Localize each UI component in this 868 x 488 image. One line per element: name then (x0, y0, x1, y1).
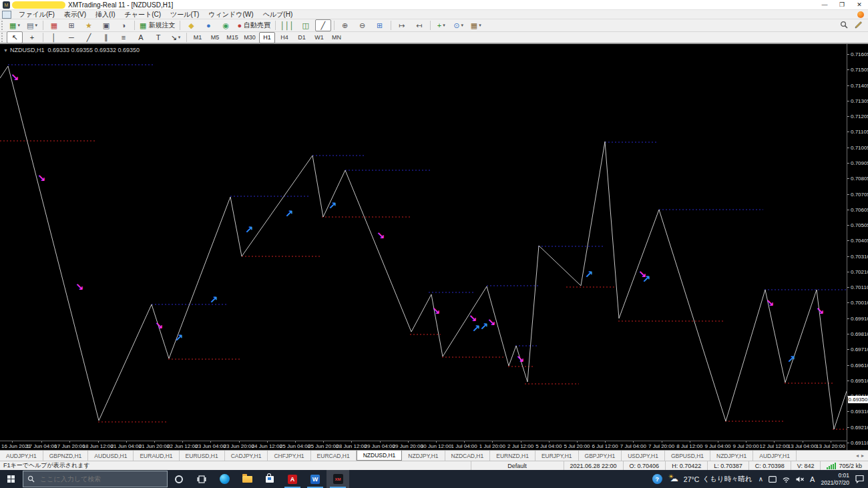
tab-scroll-left-icon[interactable]: ◂ (856, 453, 859, 459)
file-explorer-button[interactable] (236, 470, 258, 488)
timeframe-mn-button[interactable]: MN (329, 32, 345, 43)
tab-nzdjpy-h1[interactable]: NZDJPY,H1 (710, 451, 753, 461)
timeframe-m15-button[interactable]: M15 (224, 32, 240, 43)
tab-cadjpy-h1[interactable]: CADJPY,H1 (225, 451, 268, 461)
market-watch-button[interactable]: ▦ (46, 19, 62, 31)
data-window-button[interactable]: ⊞ (63, 19, 79, 31)
help-bubble-icon[interactable]: ? (652, 474, 662, 484)
task-view-button[interactable] (190, 470, 213, 488)
tab-eurjpy-h1[interactable]: EURJPY,H1 (535, 451, 579, 461)
minimize-button[interactable]: — (816, 0, 833, 10)
templates-button[interactable]: ▦▾ (468, 19, 484, 31)
bar-chart-mode-button[interactable]: │││ (278, 19, 296, 31)
timeframe-h4-button[interactable]: H4 (276, 32, 292, 43)
timeframe-h1-button[interactable]: H1 (259, 32, 275, 43)
menu-insert[interactable]: 挿入(I) (91, 10, 120, 19)
toolbar-grip[interactable] (1, 33, 5, 42)
timeframe-d1-button[interactable]: D1 (294, 32, 310, 43)
auto-trading-button[interactable]: ●自動売買 (235, 19, 272, 31)
ime-indicator[interactable]: A (810, 475, 815, 483)
tab-eurusd-h1[interactable]: EURUSD,H1 (180, 451, 225, 461)
restore-button[interactable]: ❐ (833, 0, 851, 10)
indicators-button[interactable]: +▾ (433, 19, 449, 31)
search-input[interactable] (39, 475, 148, 483)
menu-window[interactable]: ウィンドウ(W) (204, 10, 258, 19)
close-button[interactable]: ✕ (851, 0, 868, 10)
tab-gbpnzd-h1[interactable]: GBPNZD,H1 (43, 451, 89, 461)
profiles-button[interactable]: ▤▾ (24, 19, 40, 31)
tab-usdjpy-h1[interactable]: USDJPY,H1 (622, 451, 665, 461)
start-button[interactable] (0, 470, 23, 488)
menu-file[interactable]: ファイル(F) (14, 10, 59, 19)
connection-segment[interactable]: 705/2 kb (820, 461, 868, 470)
tab-nzdusd-h1[interactable]: NZDUSD,H1 (357, 451, 403, 461)
tab-eurcad-h1[interactable]: EURCAD,H1 (311, 451, 357, 461)
title-bar[interactable]: M XMTrading-Real 11 - [NZDUSD,H1] — ❐ ✕ (0, 0, 868, 10)
line-chart-mode-button[interactable]: ╱ (315, 19, 331, 31)
cursor-tool-button[interactable]: ↖ (7, 31, 23, 43)
arrows-tool-button[interactable]: ↘▾ (168, 31, 184, 43)
dropdown-arrow-icon[interactable]: ▾ (178, 35, 181, 40)
taskbar-search[interactable] (23, 471, 168, 487)
tab-gbpusd-h1[interactable]: GBPUSD,H1 (665, 451, 710, 461)
tab-eurnzd-h1[interactable]: EURNZD,H1 (490, 451, 535, 461)
tab-nzdcad-h1[interactable]: NZDCAD,H1 (445, 451, 491, 461)
channel-tool-button[interactable]: ∥ (98, 31, 114, 43)
horizontal-line-tool-button[interactable]: ─ (63, 31, 79, 43)
terminal-button[interactable]: ▣ (98, 19, 114, 31)
volume-muted-icon[interactable] (796, 476, 805, 483)
text-tool-button[interactable]: A (133, 31, 149, 43)
trendline-tool-button[interactable]: ╱ (81, 31, 97, 43)
menu-view[interactable]: 表示(V) (59, 10, 91, 19)
price-chart-svg[interactable]: ↘↘↘↘↘↘↘↘↘↘↘↘↗↗↗↗↗↗↗↗↗↗ (0, 44, 847, 441)
new-order-button[interactable]: ▦新規注文 (138, 19, 177, 31)
menu-chart[interactable]: チャート(C) (120, 10, 166, 19)
word-button[interactable]: W (304, 470, 327, 488)
hidden-icons-chevron-icon[interactable]: ∧ (758, 475, 763, 483)
timeframe-m5-button[interactable]: M5 (207, 32, 223, 43)
price-chart[interactable]: ▼NZDUSD,H1 0.69333 0.69355 0.69332 0.693… (0, 44, 847, 441)
tab-euraud-h1[interactable]: EURAUD,H1 (134, 451, 179, 461)
toolbar-grip[interactable] (1, 21, 5, 30)
crosshair-tool-button[interactable]: + (24, 31, 40, 43)
dropdown-arrow-icon[interactable]: ▾ (17, 23, 20, 28)
notification-badge-icon[interactable] (857, 11, 864, 18)
timeframe-m30-button[interactable]: M30 (242, 32, 258, 43)
zoom-out-button[interactable]: ⊖ (355, 19, 371, 31)
mql5-community-button[interactable]: ◆ (183, 19, 199, 31)
fibonacci-tool-button[interactable]: ≡ (116, 31, 132, 43)
tab-audusd-h1[interactable]: AUDUSD,H1 (88, 451, 134, 461)
dropdown-arrow-icon[interactable]: ▾ (461, 23, 464, 28)
dropdown-arrow-icon[interactable]: ▾ (479, 23, 481, 28)
label-tool-button[interactable]: T (150, 31, 166, 43)
upload-publisher-button[interactable]: ● (200, 19, 216, 31)
acrobat-button[interactable]: A (281, 470, 304, 488)
chevron-down-icon[interactable]: ▼ (3, 48, 8, 53)
chart-window-icon[interactable] (2, 11, 11, 19)
time-axis[interactable]: 16 Jun 202117 Jun 04:0017 Jun 20:0018 Ju… (0, 441, 847, 450)
tile-windows-button[interactable]: ⊞ (372, 19, 388, 31)
menu-tools[interactable]: ツール(T) (166, 10, 204, 19)
weather-widget[interactable]: ☀☁ 27°C くもり時々晴れ (668, 475, 752, 484)
search-icon[interactable] (840, 21, 848, 30)
menu-help[interactable]: ヘルプ(H) (258, 10, 298, 19)
tab-scroll-right-icon[interactable]: ▸ (861, 453, 864, 459)
store-button[interactable] (258, 470, 281, 488)
profile-segment[interactable]: Default (471, 461, 564, 470)
vertical-line-tool-button[interactable]: │ (46, 31, 62, 43)
tab-gbpjpy-h1[interactable]: GBPJPY,H1 (579, 451, 622, 461)
price-axis[interactable]: 0.69350 0.716050.715050.714050.713050.71… (847, 44, 868, 450)
tab-audjpy-h1[interactable]: AUDJPY,H1 (0, 451, 43, 461)
candlestick-mode-button[interactable]: ◫ (298, 19, 314, 31)
dropdown-arrow-icon[interactable]: ▾ (35, 23, 37, 28)
periods-button[interactable]: ⊙▾ (451, 19, 467, 31)
new-chart-button[interactable]: ▦▾ (7, 19, 23, 31)
timeframe-w1-button[interactable]: W1 (311, 32, 327, 43)
tab-chfjpy-h1[interactable]: CHFJPY,H1 (268, 451, 310, 461)
timeframe-m1-button[interactable]: M1 (190, 32, 206, 43)
tab-audjpy-h1[interactable]: AUDJPY,H1 (753, 451, 797, 461)
tablet-icon[interactable] (769, 476, 777, 483)
chart-shift-button[interactable]: ↤ (411, 19, 427, 31)
tab-nzdjpy-h1[interactable]: NZDJPY,H1 (402, 451, 445, 461)
auto-scroll-button[interactable]: ↦ (394, 19, 410, 31)
